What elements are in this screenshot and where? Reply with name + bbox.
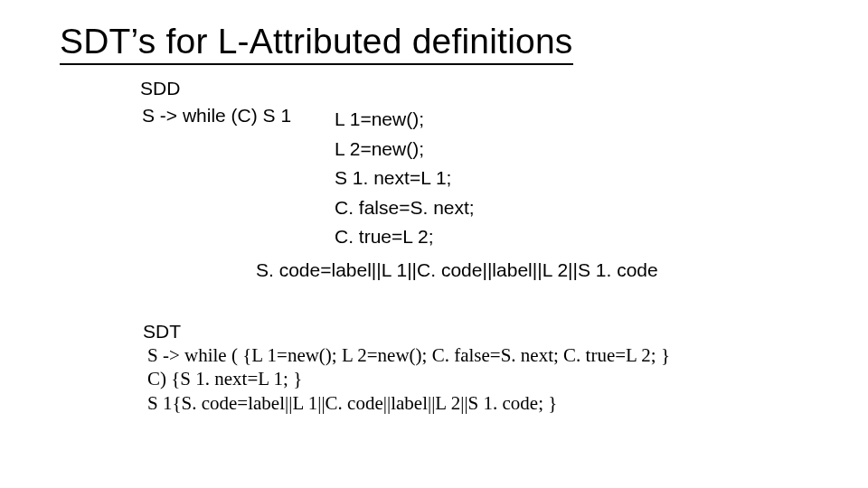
sdt-line: C) {S 1. next=L 1; } [147, 367, 670, 390]
sdd-production: S -> while (C) S 1 [142, 105, 291, 127]
sdt-line: S -> while ( {L 1=new(); L 2=new(); C. f… [147, 343, 670, 367]
sdt-heading: SDT [143, 321, 181, 343]
slide-title: SDT’s for L-Attributed definitions [60, 22, 573, 65]
sdd-rule: S 1. next=L 1; [335, 164, 475, 193]
sdd-rule: C. true=L 2; [335, 222, 475, 252]
slide: SDT’s for L-Attributed definitions SDD S… [0, 0, 868, 488]
sdt-line: S 1{S. code=label||L 1||C. code||label||… [147, 391, 670, 415]
sdd-rule: L 1=new(); [335, 105, 475, 135]
sdt-block: S -> while ( {L 1=new(); L 2=new(); C. f… [147, 343, 670, 415]
sdd-rule: C. false=S. next; [335, 193, 475, 223]
sdd-code-rule: S. code=label||L 1||C. code||label||L 2|… [256, 259, 658, 281]
sdd-rules: L 1=new(); L 2=new(); S 1. next=L 1; C. … [335, 105, 475, 252]
sdd-heading: SDD [140, 78, 180, 99]
sdd-rule: L 2=new(); [335, 135, 475, 164]
